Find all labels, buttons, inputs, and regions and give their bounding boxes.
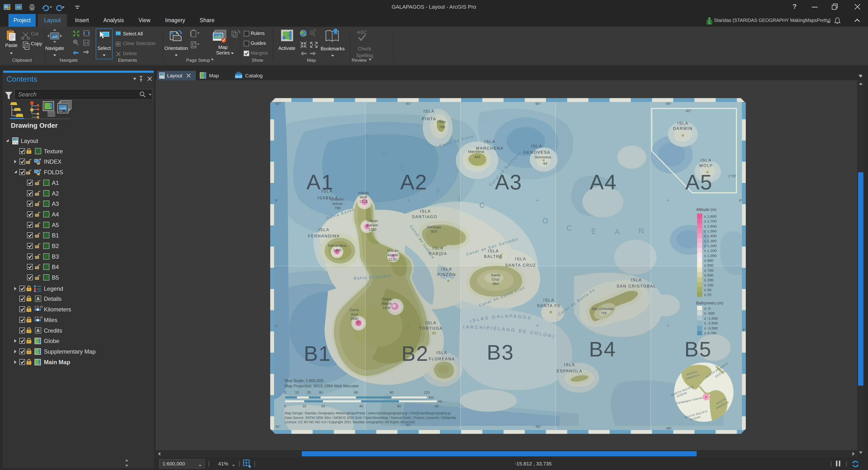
svg-text:Azul: Azul [351, 312, 358, 316]
svg-text:0°: 0° [275, 198, 278, 202]
svg-text:B5: B5 [684, 337, 712, 361]
svg-text:Miles: Miles [44, 317, 57, 323]
svg-text:Negra: Negra [382, 301, 392, 305]
svg-text:P: P [364, 133, 369, 142]
svg-text:INDEX: INDEX [44, 158, 61, 165]
svg-text:Legend: Legend [44, 285, 63, 292]
svg-text:920: 920 [431, 229, 437, 233]
svg-text:≤ 25: ≤ 25 [704, 292, 711, 297]
svg-text:Alcedo: Alcedo [387, 253, 398, 257]
svg-text:≤ -1,500: ≤ -1,500 [704, 316, 718, 320]
svg-text:A4: A4 [590, 170, 617, 194]
svg-text:≤ 1,100: ≤ 1,100 [704, 249, 717, 253]
svg-text:Licence: CC BY-NC-ND 4.0 / Cop: Licence: CC BY-NC-ND 4.0 / Copyright 202… [285, 420, 415, 424]
svg-text:B3: B3 [52, 253, 59, 260]
svg-text:Darwin: Darwin [367, 223, 378, 227]
svg-text:64: 64 [543, 161, 548, 165]
svg-text:Supplementary Map: Supplementary Map [44, 348, 96, 355]
svg-text:DARWIN: DARWIN [673, 126, 693, 131]
svg-text:ISLA: ISLA [701, 158, 712, 162]
svg-text:40: 40 [359, 404, 363, 408]
svg-text:Layout: Layout [21, 137, 38, 144]
svg-text:864: 864 [492, 282, 498, 286]
svg-text:≤ -2,500: ≤ -2,500 [704, 321, 718, 325]
svg-text:ISLA: ISLA [420, 209, 431, 213]
svg-text:≤ 1,600: ≤ 1,600 [704, 224, 717, 228]
svg-text:20: 20 [307, 390, 311, 394]
svg-text:≤ 100: ≤ 100 [704, 283, 713, 287]
svg-text:≤ 800: ≤ 800 [704, 263, 713, 267]
svg-text:Map Scale: 1:600,000: Map Scale: 1:600,000 [285, 378, 323, 383]
svg-text:≤ 1,000: ≤ 1,000 [704, 254, 717, 258]
svg-text:≤ 200: ≤ 200 [704, 278, 713, 282]
svg-text:Kilometers: Kilometers [44, 306, 71, 313]
svg-text:ESPANOLA: ESPANOLA [557, 369, 583, 373]
svg-text:30: 30 [319, 390, 322, 394]
svg-text:Catalog: Catalog [245, 73, 262, 78]
svg-text:≤ 500: ≤ 500 [704, 273, 713, 277]
svg-text:-90°: -90° [535, 425, 541, 429]
svg-text:-89°: -89° [665, 101, 672, 105]
svg-text:SANTA CRUZ: SANTA CRUZ [505, 263, 536, 267]
svg-text:≤ 1,200: ≤ 1,200 [704, 244, 717, 248]
svg-text:1:1: 1:1 [84, 41, 89, 44]
svg-text:SAN CRISTOBAL: SAN CRISTOBAL [617, 284, 656, 288]
svg-text:O: O [542, 217, 548, 225]
svg-text:A2: A2 [52, 190, 59, 197]
svg-text:Volcan: Volcan [358, 191, 369, 195]
svg-text:Santiago: Santiago [427, 225, 441, 229]
svg-text:≤ -500: ≤ -500 [704, 311, 715, 315]
svg-text:B5: B5 [52, 274, 59, 281]
svg-text:C: C [566, 224, 572, 232]
svg-text:ISLA: ISLA [441, 267, 452, 271]
svg-text:ISLA: ISLA [424, 109, 435, 113]
svg-text:Wolf: Wolf [360, 195, 367, 199]
svg-text:759: 759 [600, 311, 607, 315]
svg-text:60: 60 [397, 404, 401, 408]
svg-text:1490: 1490 [382, 306, 391, 310]
svg-text:-91°: -91° [405, 101, 412, 105]
svg-text:B1: B1 [304, 342, 331, 366]
svg-text:Genovesa: Genovesa [535, 155, 551, 159]
svg-text:ISLA: ISLA [321, 189, 333, 193]
svg-text:B2: B2 [52, 243, 59, 249]
svg-text:-1°: -1° [741, 327, 746, 332]
svg-text:Bathymetry (m): Bathymetry (m) [696, 301, 723, 305]
svg-text:1495: 1495 [333, 248, 341, 252]
svg-text:A1: A1 [52, 180, 59, 186]
svg-text:I: I [458, 195, 460, 203]
svg-text:790: 790 [334, 206, 340, 210]
svg-text:≤ 1,800: ≤ 1,800 [704, 214, 717, 218]
svg-text:km: km [429, 396, 434, 399]
svg-text:0°: 0° [739, 198, 742, 202]
svg-text:-92°: -92° [685, 109, 691, 113]
svg-text:Volcan: Volcan [367, 219, 378, 223]
svg-text:10: 10 [302, 404, 306, 408]
svg-text:ISLA: ISLA [631, 278, 642, 282]
svg-text:1130: 1130 [389, 257, 397, 261]
svg-text:WOLF: WOLF [699, 163, 713, 168]
svg-text:A5: A5 [685, 170, 713, 194]
svg-text:≤ 1,500: ≤ 1,500 [704, 229, 717, 233]
svg-text:1710: 1710 [359, 199, 367, 203]
svg-text:B4: B4 [52, 264, 59, 270]
svg-text:120: 120 [424, 390, 430, 394]
svg-text:B3: B3 [487, 340, 514, 364]
svg-text:SANTIAGO: SANTIAGO [412, 215, 437, 219]
svg-text:-1°: -1° [274, 324, 278, 328]
svg-text:Details: Details [44, 295, 61, 302]
svg-text:Santa: Santa [491, 273, 500, 277]
svg-text:≥ 3,780: ≥ 3,780 [704, 331, 717, 335]
svg-text:≤ 1,300: ≤ 1,300 [704, 239, 717, 243]
svg-text:≤ 900: ≤ 900 [704, 258, 713, 262]
svg-text:≤ 700: ≤ 700 [704, 268, 713, 272]
svg-text:1330: 1330 [368, 227, 376, 231]
svg-text:B2: B2 [401, 342, 429, 366]
svg-text:Main Map: Main Map [44, 359, 70, 366]
svg-text:Layout: Layout [167, 73, 182, 78]
svg-text:FLOREANA: FLOREANA [429, 357, 455, 361]
svg-text:≤ 1,400: ≤ 1,400 [704, 234, 717, 238]
svg-text:ISLA: ISLA [432, 246, 443, 250]
svg-text:ISLA: ISLA [515, 257, 526, 261]
svg-text:TORTUGA: TORTUGA [419, 326, 443, 331]
